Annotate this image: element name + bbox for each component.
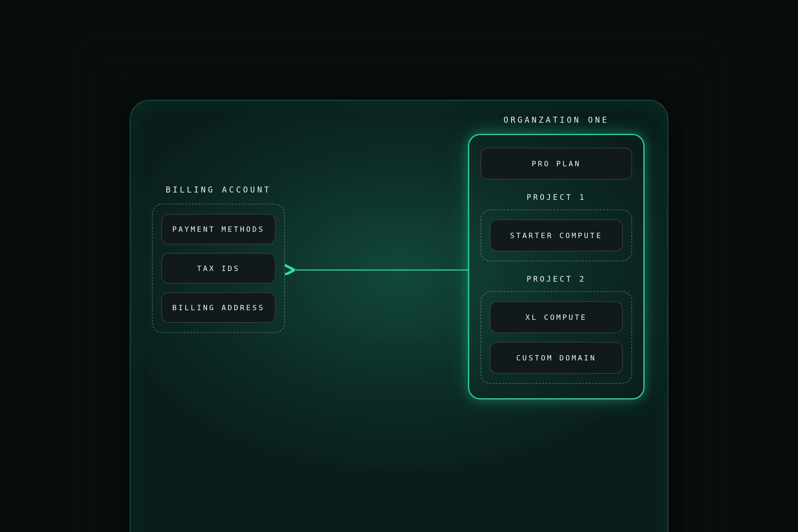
project-2-title: PROJECT 2 (480, 274, 632, 283)
organization-plan: PRO PLAN (480, 148, 632, 179)
billing-item-payment-methods: PAYMENT METHODS (161, 214, 276, 244)
project-2-item-custom-domain: CUSTOM DOMAIN (490, 342, 623, 374)
project-1-item-starter-compute: STARTER COMPUTE (490, 220, 623, 251)
project-2-group: PROJECT 2 XL COMPUTE CUSTOM DOMAIN (480, 274, 632, 384)
project-1-box: STARTER COMPUTE (480, 209, 632, 261)
project-1-group: PROJECT 1 STARTER COMPUTE (480, 193, 632, 261)
billing-account-box: PAYMENT METHODS TAX IDS BILLING ADDRESS (152, 204, 285, 333)
billing-account-group: BILLING ACCOUNT PAYMENT METHODS TAX IDS … (152, 185, 285, 333)
connector-arrow (285, 260, 471, 280)
billing-item-tax-ids: TAX IDS (161, 253, 276, 284)
project-1-title: PROJECT 1 (480, 193, 632, 202)
project-2-item-xl-compute: XL COMPUTE (490, 301, 623, 333)
diagram-card: BILLING ACCOUNT PAYMENT METHODS TAX IDS … (130, 100, 668, 532)
project-2-box: XL COMPUTE CUSTOM DOMAIN (480, 291, 632, 384)
organization-box: PRO PLAN PROJECT 1 STARTER COMPUTE PROJE… (468, 134, 644, 399)
billing-item-billing-address: BILLING ADDRESS (161, 292, 276, 323)
organization-group: ORGANZATION ONE PRO PLAN PROJECT 1 START… (468, 115, 644, 399)
billing-account-title: BILLING ACCOUNT (152, 185, 285, 194)
organization-title: ORGANZATION ONE (468, 115, 644, 125)
